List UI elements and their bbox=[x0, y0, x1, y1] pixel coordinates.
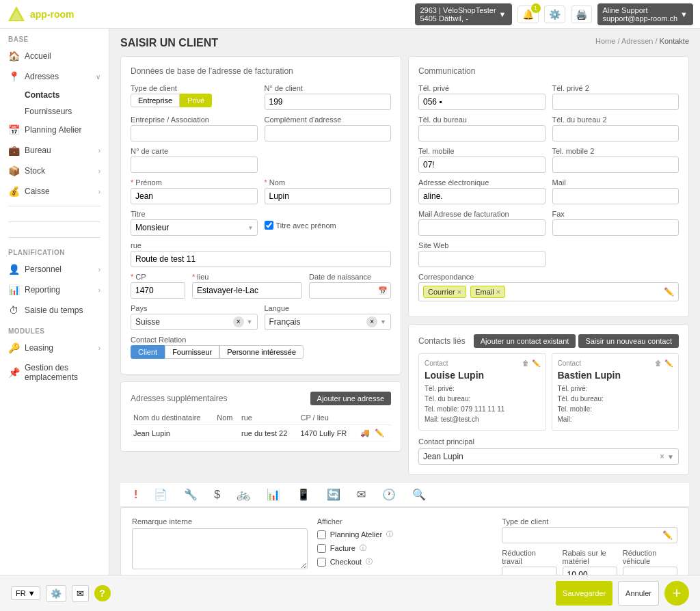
edit-row-icon[interactable]: ✏️ bbox=[375, 429, 384, 437]
toolbar-history-icon[interactable]: 🕐 bbox=[379, 487, 399, 502]
no-carte-group: N° de carte bbox=[131, 147, 258, 173]
toolbar-document-icon[interactable]: 📄 bbox=[151, 487, 170, 502]
add-existing-contact-button[interactable]: Ajouter un contact existant bbox=[474, 334, 576, 348]
no-carte-input[interactable] bbox=[131, 157, 258, 173]
sidebar-item-adresses[interactable]: 📍 Adresses ∨ bbox=[0, 66, 109, 87]
settings-button[interactable]: ⚙️ bbox=[544, 5, 565, 23]
toolbar-search-icon[interactable]: 🔍 bbox=[409, 487, 429, 502]
toolbar-wrench-icon[interactable]: 🔧 bbox=[181, 487, 200, 502]
tel-bureau2-input[interactable] bbox=[552, 125, 679, 141]
truck-icon[interactable]: 🚚 bbox=[360, 429, 370, 437]
calendar-icon: 📅 bbox=[378, 286, 388, 295]
cancel-button[interactable]: Annuler bbox=[618, 581, 659, 606]
mail-fact-input[interactable] bbox=[418, 219, 546, 236]
sidebar-item-bureau[interactable]: 💼 Bureau › bbox=[0, 140, 109, 161]
language-selector[interactable]: FR ▼ bbox=[11, 586, 40, 600]
tel-bureau-input[interactable] bbox=[418, 125, 546, 141]
titre-prenom-checkbox[interactable] bbox=[265, 221, 273, 230]
fax-input[interactable] bbox=[552, 219, 679, 236]
mail-input[interactable] bbox=[552, 188, 679, 204]
notifications-button[interactable]: 🔔 1 bbox=[517, 5, 539, 23]
edit-contact-2-icon[interactable]: ✏️ bbox=[664, 359, 673, 367]
footer-help-button[interactable]: ? bbox=[94, 585, 111, 601]
pays-clear-btn[interactable]: × bbox=[233, 316, 244, 327]
site-web-input[interactable] bbox=[418, 251, 546, 267]
toolbar-bike-icon[interactable]: 🚲 bbox=[234, 487, 253, 502]
nom-input[interactable] bbox=[265, 188, 392, 204]
edit-contact-1-icon[interactable]: ✏️ bbox=[532, 359, 540, 367]
toolbar-email-icon[interactable]: ✉ bbox=[354, 487, 368, 502]
entreprise-input[interactable] bbox=[131, 125, 258, 141]
sidebar-item-accueil[interactable]: 🏠 Accueil bbox=[0, 46, 109, 66]
toolbar-chart-icon[interactable]: 📊 bbox=[264, 487, 283, 502]
complement-input[interactable] bbox=[265, 125, 392, 141]
sidebar-item-reporting[interactable]: 📊 Reporting › bbox=[0, 280, 109, 300]
new-contact-button[interactable]: Saisir un nouveau contact bbox=[578, 334, 679, 348]
delete-contact-1-icon[interactable]: 🗑 bbox=[522, 359, 529, 367]
relation-btn-personne[interactable]: Personne intéressée bbox=[219, 345, 304, 359]
reduction-travail-input[interactable] bbox=[502, 567, 556, 575]
complement-label: Complément d'adresse bbox=[265, 116, 392, 124]
bureau-arrow: › bbox=[98, 147, 100, 154]
tel-mobile-input[interactable] bbox=[418, 157, 546, 173]
sidebar-item-gestion-emplacements[interactable]: 📌 Gestion des emplacements bbox=[0, 358, 109, 387]
save-button[interactable]: Sauvegarder bbox=[556, 581, 612, 606]
contact-principal-clear[interactable]: × bbox=[660, 452, 664, 461]
titre-select[interactable]: Monsieur Madame bbox=[131, 219, 258, 236]
sidebar-item-stock[interactable]: 📦 Stock › bbox=[0, 161, 109, 181]
tag-email-remove[interactable]: × bbox=[496, 288, 500, 296]
add-address-button[interactable]: Ajouter une adresse bbox=[310, 392, 391, 405]
btn-prive[interactable]: Privé bbox=[180, 94, 212, 107]
breadcrumb-adressen[interactable]: Adressen bbox=[621, 37, 653, 45]
contact-principal-select[interactable]: Jean Lupin × ▼ bbox=[418, 448, 679, 465]
prenom-input[interactable] bbox=[131, 188, 258, 204]
lieu-input[interactable] bbox=[192, 282, 302, 299]
footer-chat-button[interactable]: ✉ bbox=[72, 585, 89, 602]
toolbar-dollar-icon[interactable]: $ bbox=[211, 487, 223, 502]
print-button[interactable]: 🖨️ bbox=[571, 5, 592, 23]
contact-label-2: Contact bbox=[558, 359, 581, 367]
user-menu[interactable]: Aline Support support@app-room.ch ▼ bbox=[597, 3, 694, 25]
afficher-facture-checkbox[interactable] bbox=[317, 544, 326, 553]
no-client-input[interactable] bbox=[265, 94, 392, 110]
rabais-materiel-input[interactable] bbox=[563, 567, 617, 575]
correspondance-input[interactable]: Courrier × Email × ✏️ bbox=[418, 282, 679, 301]
rue-input[interactable] bbox=[131, 251, 391, 267]
bottom-section: Remarque interne Afficher Planning Ateli… bbox=[120, 507, 689, 575]
sidebar-item-planning-atelier[interactable]: 📅 Planning Atelier bbox=[0, 120, 109, 140]
contact-principal-arrow[interactable]: ▼ bbox=[667, 453, 674, 461]
remarque-textarea[interactable] bbox=[132, 528, 308, 569]
tel-prive2-input[interactable] bbox=[552, 94, 679, 110]
type-client-bottom-select[interactable]: ✏️ bbox=[502, 527, 677, 543]
btn-entreprise[interactable]: Entreprise bbox=[131, 94, 180, 107]
bottom-toolbar: ! 📄 🔧 $ 🚲 📊 📱 🔄 ✉ 🕐 🔍 bbox=[120, 482, 689, 507]
toolbar-phone-icon[interactable]: 📱 bbox=[294, 487, 313, 502]
afficher-checkout-checkbox[interactable] bbox=[317, 558, 326, 567]
tel-mobile2-input[interactable] bbox=[552, 157, 679, 173]
footer-settings-button[interactable]: ⚙️ bbox=[46, 585, 66, 602]
relation-buttons: Client Fournisseur Personne intéressée bbox=[131, 345, 391, 359]
toolbar-alert-icon[interactable]: ! bbox=[131, 487, 140, 502]
tag-courrier-remove[interactable]: × bbox=[457, 288, 461, 296]
cp-input[interactable] bbox=[131, 282, 185, 299]
delete-contact-2-icon[interactable]: 🗑 bbox=[655, 359, 662, 367]
reduction-vehicule-input[interactable] bbox=[623, 567, 677, 575]
fab-button[interactable]: + bbox=[664, 581, 689, 606]
sidebar-item-caisse[interactable]: 💰 Caisse › bbox=[0, 181, 109, 202]
afficher-planning-checkbox[interactable] bbox=[317, 530, 326, 539]
sidebar-item-personnel[interactable]: 👤 Personnel › bbox=[0, 259, 109, 280]
sidebar-item-fournisseurs[interactable]: Fournisseurs bbox=[0, 103, 109, 120]
relation-btn-client[interactable]: Client bbox=[131, 345, 165, 359]
correspondance-edit-icon[interactable]: ✏️ bbox=[664, 287, 674, 297]
tel-prive-input[interactable] bbox=[418, 94, 546, 110]
sidebar-item-contacts[interactable]: Contacts bbox=[0, 87, 109, 103]
sidebar-item-leasing[interactable]: 🔑 Leasing › bbox=[0, 338, 109, 358]
relation-btn-fournisseur[interactable]: Fournisseur bbox=[165, 345, 219, 359]
type-client-edit-icon[interactable]: ✏️ bbox=[662, 530, 673, 540]
email-input[interactable] bbox=[418, 188, 546, 204]
sidebar-item-saisie-temps[interactable]: ⏱ Saisie du temps bbox=[0, 300, 109, 321]
shop-selector[interactable]: 2963 | VéloShopTester 5405 Dättwil, - ▼ bbox=[415, 3, 512, 25]
toolbar-arrows-icon[interactable]: 🔄 bbox=[324, 487, 343, 502]
langue-clear-btn[interactable]: × bbox=[366, 316, 377, 327]
breadcrumb-home[interactable]: Home bbox=[595, 37, 615, 45]
